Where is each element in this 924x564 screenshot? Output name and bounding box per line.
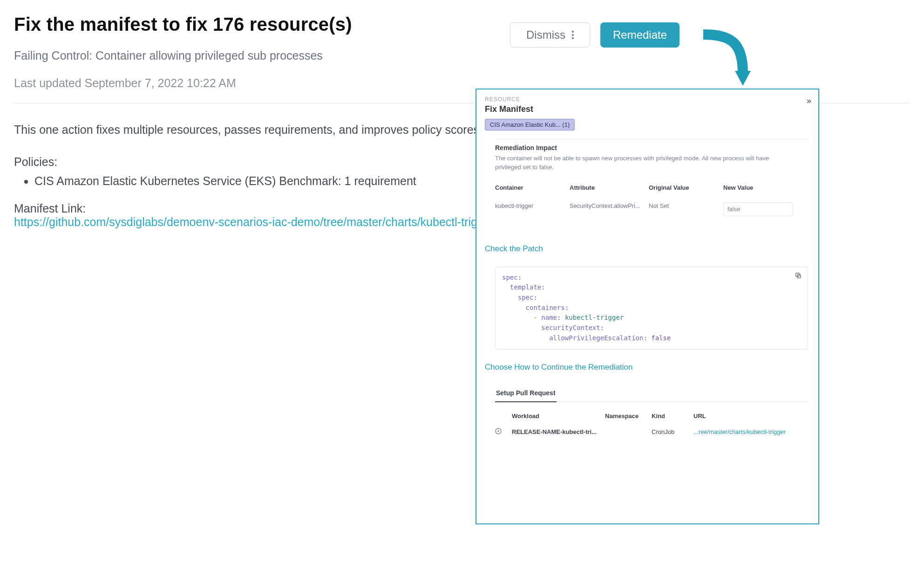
row-container: kubectl-trigger [495,199,565,216]
tab-setup-pr[interactable]: Setup Pull Request [495,389,557,402]
col-original: Original Value [649,184,719,199]
pr-col-kind: Kind [652,413,693,420]
kebab-menu-icon [572,31,574,39]
copy-icon[interactable] [795,272,802,282]
code-token: allowPrivilegeEscalation [549,334,643,342]
code-token: template [510,283,541,291]
dismiss-label: Dismiss [526,28,565,41]
code-token: spec [502,274,518,281]
pr-col-url: URL [693,413,808,420]
panel-title: Fix Manifest [485,104,533,114]
manifest-link[interactable]: https://github.com/sysdiglabs/demoenv-sc… [14,215,494,228]
pr-table: Workload Namespace Kind URL RELEASE-NAME… [495,408,808,440]
resource-label: RESOURCE [485,96,533,103]
failing-control-text: Failing Control: Container allowing priv… [14,49,910,62]
action-bar: Dismiss Remediate [510,22,679,48]
check-patch-heading: Check the Patch [485,244,810,254]
col-attribute: Attribute [570,184,644,199]
remediate-button[interactable]: Remediate [600,22,679,48]
pr-url[interactable]: ...ree/master/charts/kubectl-trigger [693,428,808,435]
fix-manifest-panel: RESOURCE Fix Manifest » CIS Amazon Elast… [476,89,819,524]
col-container: Container [495,184,565,199]
collapse-icon[interactable]: » [807,96,810,106]
code-token: name [541,314,557,321]
code-token: securityContext [541,324,600,331]
policy-pill[interactable]: CIS Amazon Elastic Kub... (1) [485,119,575,131]
tab-bar: Setup Pull Request [495,389,808,402]
panel-header: RESOURCE Fix Manifest » [485,96,810,114]
row-attribute: SecurityContext.allowPri... [570,199,644,216]
dismiss-button[interactable]: Dismiss [510,22,590,48]
impact-table: Container Attribute Original Value New V… [495,184,808,216]
pr-col-namespace: Namespace [605,413,652,420]
row-original: Not Set [649,199,719,216]
continue-heading: Choose How to Continue the Remediation [485,363,810,372]
col-new: New Value [723,184,808,199]
page-title: Fix the manifest to fix 176 resource(s) [14,14,910,35]
code-token: spec [518,294,534,301]
pr-row-radio[interactable] [495,428,502,434]
pr-workload: RELEASE-NAME-kubectl-tri... [512,428,605,435]
impact-title: Remediation Impact [495,144,808,151]
impact-text: The container will not be able to spawn … [495,154,793,172]
pr-table-head: Workload Namespace Kind URL [495,408,808,424]
pr-col-workload: Workload [512,413,605,420]
pr-kind: CronJob [652,428,693,435]
code-token: false [651,334,671,342]
row-new-cell [723,199,808,216]
code-token: kubectl-trigger [565,314,624,321]
pr-row[interactable]: RELEASE-NAME-kubectl-tri... CronJob ...r… [495,424,808,440]
code-token: containers [526,304,565,311]
patch-code-box: spec: template: spec: containers: - name… [495,267,808,350]
impact-block: Remediation Impact The container will no… [495,139,808,172]
new-value-input[interactable] [723,202,793,216]
last-updated-text: Last updated September 7, 2022 10:22 AM [14,76,910,90]
